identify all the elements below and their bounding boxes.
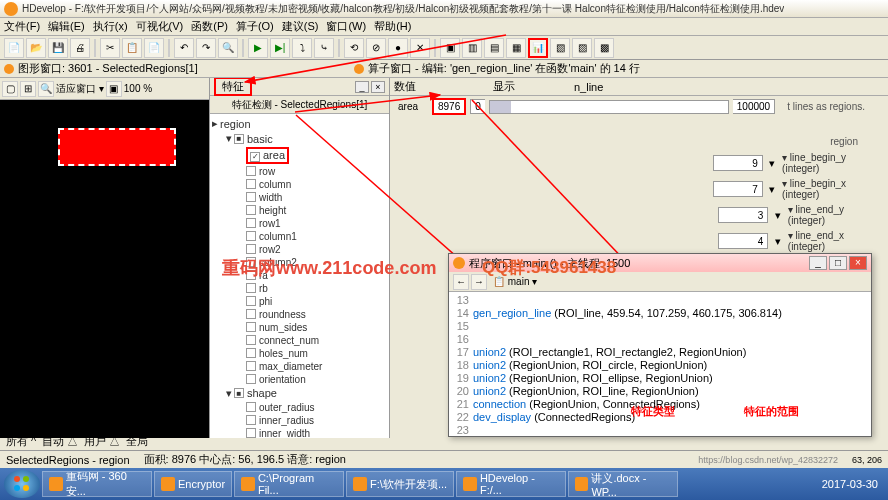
tree-item-width[interactable]: width	[212, 191, 387, 204]
code-back-icon[interactable]: ←	[453, 274, 469, 290]
tab-user[interactable]: 用户 △	[84, 434, 120, 449]
menu-sug[interactable]: 建议(S)	[282, 19, 319, 34]
tree-item-column2[interactable]: column2	[212, 256, 387, 269]
selected-region[interactable]	[58, 128, 176, 166]
tree-body[interactable]: ▸region ▾■basic ✓arearowcolumnwidthheigh…	[210, 114, 389, 438]
tree-region[interactable]: ▸region	[212, 116, 387, 131]
gfx-btn1[interactable]: ▢	[2, 81, 18, 97]
feature-inspect-icon[interactable]: 📊	[528, 38, 548, 58]
find-icon[interactable]: 🔍	[218, 38, 238, 58]
code-line-17[interactable]: 17union2 (ROI_rectangle1, ROI_rectangle2…	[451, 346, 869, 359]
code-line-14[interactable]: 14gen_region_line (ROI_line, 459.54, 107…	[451, 307, 869, 320]
copy-icon[interactable]: 📋	[122, 38, 142, 58]
tree-item-row1[interactable]: row1	[212, 217, 387, 230]
tree-item-column1[interactable]: column1	[212, 230, 387, 243]
tab-auto[interactable]: 自动 △	[42, 434, 78, 449]
win2-icon[interactable]: ▥	[462, 38, 482, 58]
code-title-bar[interactable]: 程序窗口 - main () - 主线程: 1500 _ □ ×	[449, 254, 871, 272]
code-line-15[interactable]: 15	[451, 320, 869, 333]
run-icon[interactable]: ▶	[248, 38, 268, 58]
tree-item-area[interactable]: ✓area	[212, 146, 387, 165]
code-main-dropdown[interactable]: 📋 main ▾	[493, 276, 537, 287]
win3-icon[interactable]: ▤	[484, 38, 504, 58]
start-button[interactable]	[4, 470, 40, 498]
menu-file[interactable]: 文件(F)	[4, 19, 40, 34]
menu-help[interactable]: 帮助(H)	[374, 19, 411, 34]
save-icon[interactable]: 💾	[48, 38, 68, 58]
gfx-btn4[interactable]: ▣	[106, 81, 122, 97]
code-line-19[interactable]: 19union2 (RegionUnion, ROI_ellipse, Regi…	[451, 372, 869, 385]
tree-item-height[interactable]: height	[212, 204, 387, 217]
code-line-16[interactable]: 16	[451, 333, 869, 346]
code-fwd-icon[interactable]: →	[471, 274, 487, 290]
win8-icon[interactable]: ▩	[594, 38, 614, 58]
op-input[interactable]	[713, 181, 763, 197]
zoom-icon[interactable]: 🔍	[38, 81, 54, 97]
area-slider[interactable]	[489, 100, 729, 114]
tree-close-icon[interactable]: ×	[371, 81, 385, 93]
tree-min-icon[interactable]: _	[355, 81, 369, 93]
tree-item-roundness[interactable]: roundness	[212, 308, 387, 321]
tree-item-row2[interactable]: row2	[212, 243, 387, 256]
gfx-btn2[interactable]: ⊞	[20, 81, 36, 97]
code-close-icon[interactable]: ×	[849, 256, 867, 270]
tab-all[interactable]: 所有 ^	[6, 434, 36, 449]
code-body[interactable]: 1314gen_region_line (ROI_line, 459.54, 1…	[449, 292, 871, 436]
tree-item-rb[interactable]: rb	[212, 282, 387, 295]
tree-item-outer_radius[interactable]: outer_radius	[212, 401, 387, 414]
taskbar-item[interactable]: HDevelop - F:/...	[456, 471, 566, 497]
code-line-18[interactable]: 18union2 (RegionUnion, ROI_circle, Regio…	[451, 359, 869, 372]
tab-global[interactable]: 全局	[126, 434, 148, 449]
step-into-icon[interactable]: ⤷	[314, 38, 334, 58]
win4-icon[interactable]: ▦	[506, 38, 526, 58]
tree-item-phi[interactable]: phi	[212, 295, 387, 308]
op-input[interactable]	[713, 155, 763, 171]
fit-label[interactable]: 适应窗口 ▾	[56, 82, 104, 96]
new-icon[interactable]: 📄	[4, 38, 24, 58]
taskbar-item[interactable]: 讲义.docx - WP...	[568, 471, 678, 497]
step-icon[interactable]: ▶|	[270, 38, 290, 58]
tree-item-ra[interactable]: ra	[212, 269, 387, 282]
taskbar-item[interactable]: 重码网 - 360安...	[42, 471, 152, 497]
win7-icon[interactable]: ▨	[572, 38, 592, 58]
code-line-23[interactable]: 23	[451, 424, 869, 436]
menu-vis[interactable]: 可视化(V)	[136, 19, 184, 34]
break-icon[interactable]: ●	[388, 38, 408, 58]
stop-icon[interactable]: ⊘	[366, 38, 386, 58]
tree-item-orientation[interactable]: orientation	[212, 373, 387, 386]
tree-item-column[interactable]: column	[212, 178, 387, 191]
redo-icon[interactable]: ↷	[196, 38, 216, 58]
reset-icon[interactable]: ⟲	[344, 38, 364, 58]
tree-item-holes_num[interactable]: holes_num	[212, 347, 387, 360]
menu-exec[interactable]: 执行(x)	[93, 19, 128, 34]
tree-item-connect_num[interactable]: connect_num	[212, 334, 387, 347]
taskbar-item[interactable]: Encryptor	[154, 471, 232, 497]
code-max-icon[interactable]: □	[829, 256, 847, 270]
tree-item-num_sides[interactable]: num_sides	[212, 321, 387, 334]
code-min-icon[interactable]: _	[809, 256, 827, 270]
undo-icon[interactable]: ↶	[174, 38, 194, 58]
menu-edit[interactable]: 编辑(E)	[48, 19, 85, 34]
op-input[interactable]	[718, 233, 768, 249]
cut-icon[interactable]: ✂	[100, 38, 120, 58]
taskbar-item[interactable]: C:\Program Fil...	[234, 471, 344, 497]
paste-icon[interactable]: 📄	[144, 38, 164, 58]
zoom-level[interactable]: 100 %	[124, 83, 152, 94]
taskbar-item[interactable]: F:\软件开发项...	[346, 471, 454, 497]
code-line-20[interactable]: 20union2 (RegionUnion, ROI_line, RegionU…	[451, 385, 869, 398]
tree-item-inner_radius[interactable]: inner_radius	[212, 414, 387, 427]
tree-basic[interactable]: ▾■basic	[212, 131, 387, 146]
code-line-13[interactable]: 13	[451, 294, 869, 307]
menu-win[interactable]: 窗口(W)	[326, 19, 366, 34]
tree-item-row[interactable]: row	[212, 165, 387, 178]
clear-icon[interactable]: ✕	[410, 38, 430, 58]
graphics-window[interactable]	[0, 100, 209, 438]
win1-icon[interactable]: ▣	[440, 38, 460, 58]
tree-item-max_diameter[interactable]: max_diameter	[212, 360, 387, 373]
tree-shape[interactable]: ▾■shape	[212, 386, 387, 401]
print-icon[interactable]: 🖨	[70, 38, 90, 58]
win6-icon[interactable]: ▧	[550, 38, 570, 58]
op-input[interactable]	[718, 207, 768, 223]
step-over-icon[interactable]: ⤵	[292, 38, 312, 58]
open-icon[interactable]: 📂	[26, 38, 46, 58]
